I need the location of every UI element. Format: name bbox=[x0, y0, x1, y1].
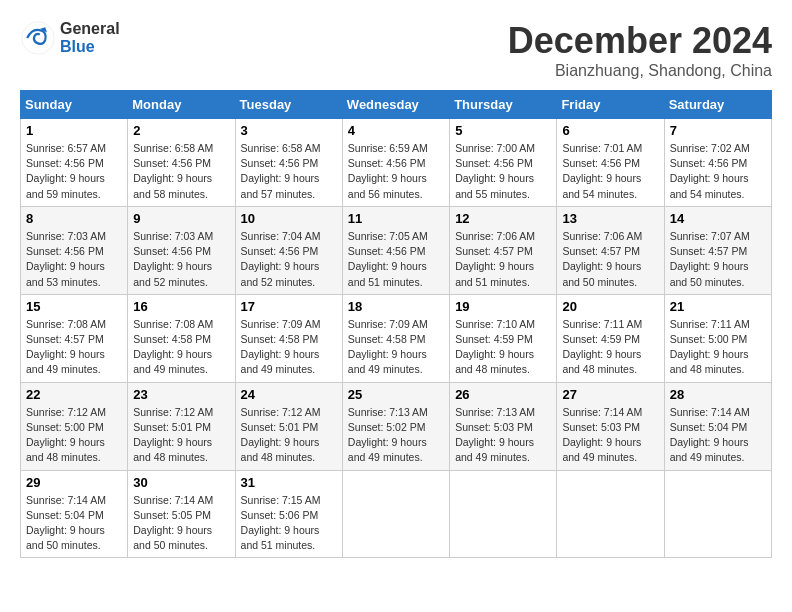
day-number: 8 bbox=[26, 211, 122, 226]
col-monday: Monday bbox=[128, 91, 235, 119]
day-number: 27 bbox=[562, 387, 658, 402]
table-row: 5 Sunrise: 7:00 AMSunset: 4:56 PMDayligh… bbox=[450, 119, 557, 207]
table-row: 11 Sunrise: 7:05 AMSunset: 4:56 PMDaylig… bbox=[342, 206, 449, 294]
calendar-header-row: Sunday Monday Tuesday Wednesday Thursday… bbox=[21, 91, 772, 119]
logo-general-text: General bbox=[60, 20, 120, 38]
day-number: 29 bbox=[26, 475, 122, 490]
day-number: 12 bbox=[455, 211, 551, 226]
col-friday: Friday bbox=[557, 91, 664, 119]
table-row: 25 Sunrise: 7:13 AMSunset: 5:02 PMDaylig… bbox=[342, 382, 449, 470]
day-info: Sunrise: 6:58 AMSunset: 4:56 PMDaylight:… bbox=[241, 141, 337, 202]
day-number: 25 bbox=[348, 387, 444, 402]
table-row: 31 Sunrise: 7:15 AMSunset: 5:06 PMDaylig… bbox=[235, 470, 342, 558]
day-info: Sunrise: 7:09 AMSunset: 4:58 PMDaylight:… bbox=[348, 317, 444, 378]
table-row: 19 Sunrise: 7:10 AMSunset: 4:59 PMDaylig… bbox=[450, 294, 557, 382]
day-info: Sunrise: 7:12 AMSunset: 5:01 PMDaylight:… bbox=[241, 405, 337, 466]
day-info: Sunrise: 7:05 AMSunset: 4:56 PMDaylight:… bbox=[348, 229, 444, 290]
table-row: 14 Sunrise: 7:07 AMSunset: 4:57 PMDaylig… bbox=[664, 206, 771, 294]
day-number: 10 bbox=[241, 211, 337, 226]
day-number: 21 bbox=[670, 299, 766, 314]
day-number: 31 bbox=[241, 475, 337, 490]
table-row: 2 Sunrise: 6:58 AMSunset: 4:56 PMDayligh… bbox=[128, 119, 235, 207]
day-info: Sunrise: 7:13 AMSunset: 5:03 PMDaylight:… bbox=[455, 405, 551, 466]
table-row: 6 Sunrise: 7:01 AMSunset: 4:56 PMDayligh… bbox=[557, 119, 664, 207]
calendar-week-row: 15 Sunrise: 7:08 AMSunset: 4:57 PMDaylig… bbox=[21, 294, 772, 382]
day-number: 13 bbox=[562, 211, 658, 226]
table-row: 15 Sunrise: 7:08 AMSunset: 4:57 PMDaylig… bbox=[21, 294, 128, 382]
day-info: Sunrise: 7:09 AMSunset: 4:58 PMDaylight:… bbox=[241, 317, 337, 378]
table-row: 12 Sunrise: 7:06 AMSunset: 4:57 PMDaylig… bbox=[450, 206, 557, 294]
calendar-week-row: 8 Sunrise: 7:03 AMSunset: 4:56 PMDayligh… bbox=[21, 206, 772, 294]
day-info: Sunrise: 7:14 AMSunset: 5:05 PMDaylight:… bbox=[133, 493, 229, 554]
table-row: 8 Sunrise: 7:03 AMSunset: 4:56 PMDayligh… bbox=[21, 206, 128, 294]
day-info: Sunrise: 7:11 AMSunset: 4:59 PMDaylight:… bbox=[562, 317, 658, 378]
table-row: 1 Sunrise: 6:57 AMSunset: 4:56 PMDayligh… bbox=[21, 119, 128, 207]
logo-blue-text: Blue bbox=[60, 38, 120, 56]
day-number: 15 bbox=[26, 299, 122, 314]
calendar-week-row: 1 Sunrise: 6:57 AMSunset: 4:56 PMDayligh… bbox=[21, 119, 772, 207]
day-info: Sunrise: 7:06 AMSunset: 4:57 PMDaylight:… bbox=[455, 229, 551, 290]
day-info: Sunrise: 7:08 AMSunset: 4:57 PMDaylight:… bbox=[26, 317, 122, 378]
day-number: 5 bbox=[455, 123, 551, 138]
table-row: 22 Sunrise: 7:12 AMSunset: 5:00 PMDaylig… bbox=[21, 382, 128, 470]
day-number: 19 bbox=[455, 299, 551, 314]
day-info: Sunrise: 7:14 AMSunset: 5:04 PMDaylight:… bbox=[26, 493, 122, 554]
day-number: 24 bbox=[241, 387, 337, 402]
day-number: 14 bbox=[670, 211, 766, 226]
table-row: 4 Sunrise: 6:59 AMSunset: 4:56 PMDayligh… bbox=[342, 119, 449, 207]
day-number: 16 bbox=[133, 299, 229, 314]
day-info: Sunrise: 7:12 AMSunset: 5:00 PMDaylight:… bbox=[26, 405, 122, 466]
col-saturday: Saturday bbox=[664, 91, 771, 119]
day-info: Sunrise: 7:02 AMSunset: 4:56 PMDaylight:… bbox=[670, 141, 766, 202]
day-info: Sunrise: 7:11 AMSunset: 5:00 PMDaylight:… bbox=[670, 317, 766, 378]
day-number: 7 bbox=[670, 123, 766, 138]
table-row: 20 Sunrise: 7:11 AMSunset: 4:59 PMDaylig… bbox=[557, 294, 664, 382]
day-number: 18 bbox=[348, 299, 444, 314]
table-row bbox=[342, 470, 449, 558]
logo-text: General Blue bbox=[60, 20, 120, 55]
table-row: 28 Sunrise: 7:14 AMSunset: 5:04 PMDaylig… bbox=[664, 382, 771, 470]
col-sunday: Sunday bbox=[21, 91, 128, 119]
month-title: December 2024 bbox=[508, 20, 772, 62]
day-info: Sunrise: 7:06 AMSunset: 4:57 PMDaylight:… bbox=[562, 229, 658, 290]
day-info: Sunrise: 7:14 AMSunset: 5:04 PMDaylight:… bbox=[670, 405, 766, 466]
day-number: 9 bbox=[133, 211, 229, 226]
day-info: Sunrise: 7:07 AMSunset: 4:57 PMDaylight:… bbox=[670, 229, 766, 290]
day-number: 6 bbox=[562, 123, 658, 138]
col-thursday: Thursday bbox=[450, 91, 557, 119]
day-info: Sunrise: 7:15 AMSunset: 5:06 PMDaylight:… bbox=[241, 493, 337, 554]
day-info: Sunrise: 6:58 AMSunset: 4:56 PMDaylight:… bbox=[133, 141, 229, 202]
table-row: 21 Sunrise: 7:11 AMSunset: 5:00 PMDaylig… bbox=[664, 294, 771, 382]
day-info: Sunrise: 7:00 AMSunset: 4:56 PMDaylight:… bbox=[455, 141, 551, 202]
day-number: 4 bbox=[348, 123, 444, 138]
day-number: 23 bbox=[133, 387, 229, 402]
table-row: 7 Sunrise: 7:02 AMSunset: 4:56 PMDayligh… bbox=[664, 119, 771, 207]
table-row bbox=[664, 470, 771, 558]
table-row: 26 Sunrise: 7:13 AMSunset: 5:03 PMDaylig… bbox=[450, 382, 557, 470]
table-row: 10 Sunrise: 7:04 AMSunset: 4:56 PMDaylig… bbox=[235, 206, 342, 294]
day-info: Sunrise: 7:01 AMSunset: 4:56 PMDaylight:… bbox=[562, 141, 658, 202]
table-row: 9 Sunrise: 7:03 AMSunset: 4:56 PMDayligh… bbox=[128, 206, 235, 294]
day-info: Sunrise: 7:12 AMSunset: 5:01 PMDaylight:… bbox=[133, 405, 229, 466]
day-info: Sunrise: 7:03 AMSunset: 4:56 PMDaylight:… bbox=[26, 229, 122, 290]
table-row: 13 Sunrise: 7:06 AMSunset: 4:57 PMDaylig… bbox=[557, 206, 664, 294]
day-number: 28 bbox=[670, 387, 766, 402]
day-info: Sunrise: 7:08 AMSunset: 4:58 PMDaylight:… bbox=[133, 317, 229, 378]
day-number: 20 bbox=[562, 299, 658, 314]
table-row: 17 Sunrise: 7:09 AMSunset: 4:58 PMDaylig… bbox=[235, 294, 342, 382]
day-info: Sunrise: 7:03 AMSunset: 4:56 PMDaylight:… bbox=[133, 229, 229, 290]
table-row: 29 Sunrise: 7:14 AMSunset: 5:04 PMDaylig… bbox=[21, 470, 128, 558]
table-row bbox=[450, 470, 557, 558]
day-number: 26 bbox=[455, 387, 551, 402]
day-number: 22 bbox=[26, 387, 122, 402]
header: General Blue December 2024 Bianzhuang, S… bbox=[20, 20, 772, 80]
day-info: Sunrise: 7:10 AMSunset: 4:59 PMDaylight:… bbox=[455, 317, 551, 378]
calendar-table: Sunday Monday Tuesday Wednesday Thursday… bbox=[20, 90, 772, 558]
day-info: Sunrise: 7:04 AMSunset: 4:56 PMDaylight:… bbox=[241, 229, 337, 290]
title-area: December 2024 Bianzhuang, Shandong, Chin… bbox=[508, 20, 772, 80]
day-number: 17 bbox=[241, 299, 337, 314]
col-wednesday: Wednesday bbox=[342, 91, 449, 119]
table-row bbox=[557, 470, 664, 558]
day-info: Sunrise: 6:57 AMSunset: 4:56 PMDaylight:… bbox=[26, 141, 122, 202]
svg-point-0 bbox=[22, 22, 54, 54]
